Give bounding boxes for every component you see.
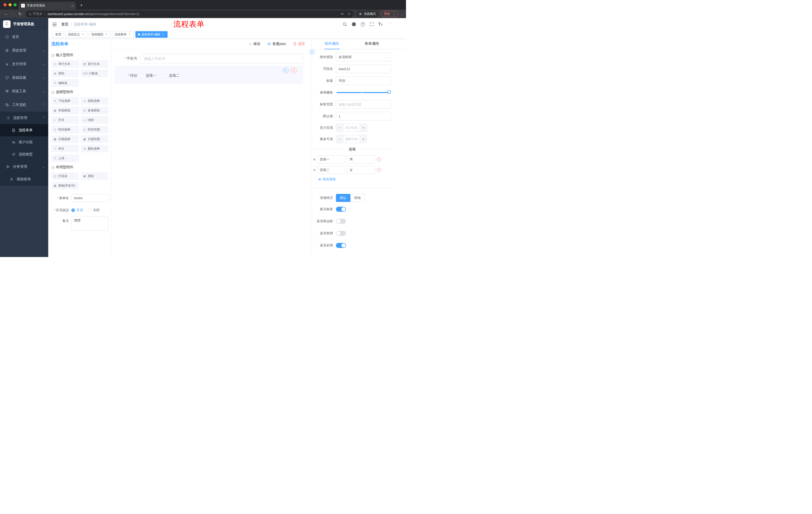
component-item[interactable]: ◴ 时间范围 xyxy=(81,126,109,133)
component-item[interactable]: ↳ 级联选择 xyxy=(81,97,109,105)
sidebar-item-home[interactable]: 首页 xyxy=(0,30,48,44)
component-item[interactable]: ▩ 日期范围 xyxy=(81,135,109,143)
form-name-input[interactable] xyxy=(71,194,109,202)
bookmark-star-icon[interactable]: ☆ xyxy=(347,11,351,16)
remove-option-button[interactable]: − xyxy=(377,168,381,172)
label-width-input[interactable] xyxy=(336,100,391,109)
reload-button[interactable]: ↻ xyxy=(17,10,24,17)
search-icon[interactable] xyxy=(343,22,347,27)
fullscreen-icon[interactable] xyxy=(369,22,374,27)
option-name-input[interactable] xyxy=(317,155,345,163)
component-item[interactable]: ☑ 多选框组 xyxy=(81,107,109,114)
close-window-button[interactable] xyxy=(3,3,6,6)
phone-field[interactable]: *手机号 xyxy=(115,54,303,63)
toggle-switch[interactable] xyxy=(336,219,346,224)
component-item[interactable]: ☆ 评分 xyxy=(51,145,79,153)
gender-field-selected[interactable]: *性别 选项一 选项二 xyxy=(115,66,303,83)
sidebar-item-workflow[interactable]: 工作流程 ⌃ xyxy=(0,98,48,112)
view-json-button[interactable]: 查看json xyxy=(267,42,286,46)
component-item[interactable]: ▦ 表格[开发中] xyxy=(51,182,79,189)
stepper-value[interactable]: 最多可选 xyxy=(343,135,360,143)
browser-menu-icon[interactable]: ⋮ xyxy=(392,12,396,16)
sidebar-item-infrastructure[interactable]: 基础设施 ⌄ xyxy=(0,71,48,84)
url-bar[interactable]: ⚠ 不安全 dashboard.yudao.iocoder.cn/bpm/man… xyxy=(26,10,354,17)
minus-button[interactable]: − xyxy=(336,124,343,132)
tag-home[interactable]: 首页 xyxy=(53,31,64,38)
component-item[interactable]: ▭ 单行文本 xyxy=(51,60,79,67)
checkbox-option2[interactable]: 选项二 xyxy=(163,74,179,78)
tab-form-props[interactable]: 表单属性 xyxy=(352,39,392,49)
breadcrumb-home[interactable]: 首页 xyxy=(61,22,68,27)
close-tag-icon[interactable]: × xyxy=(128,33,132,36)
minus-button[interactable]: − xyxy=(336,135,343,143)
toggle-switch[interactable] xyxy=(336,231,346,236)
grid-slider[interactable] xyxy=(337,92,389,93)
plus-button[interactable]: + xyxy=(360,124,367,132)
component-item[interactable]: ▣ 按钮 xyxy=(81,172,109,180)
sidebar-item-process-model[interactable]: 流程模型 xyxy=(0,148,48,160)
copy-field-button[interactable] xyxy=(283,67,288,73)
component-item[interactable]: ▦ 日期选择 xyxy=(51,135,79,143)
component-item[interactable]: ⊠ 密码 xyxy=(51,70,79,77)
toggle-switch[interactable] xyxy=(336,243,346,248)
new-tab-button[interactable]: + xyxy=(78,2,85,9)
update-button[interactable]: 更新 ⋮ xyxy=(381,11,398,17)
link-icon[interactable] xyxy=(310,50,315,55)
tag-process-definition[interactable]: 流程定义 × xyxy=(65,31,87,38)
help-icon[interactable]: ? xyxy=(360,22,365,27)
sidebar-item-user-group[interactable]: 用户分组 xyxy=(0,136,48,148)
status-on-radio[interactable]: 开启 xyxy=(71,208,83,213)
close-tag-icon[interactable]: × xyxy=(81,33,85,36)
tab-component-props[interactable]: 组件属性 xyxy=(312,39,352,49)
component-item[interactable]: ◐ 开关 xyxy=(51,116,79,124)
chevron-down-icon[interactable]: ⌄ xyxy=(401,12,404,16)
checkbox-option1[interactable]: 选项一 xyxy=(140,74,156,78)
option-value-input[interactable] xyxy=(347,166,375,174)
sidebar-item-system[interactable]: ⚙ 系统管理 ⌄ xyxy=(0,44,48,57)
component-item[interactable]: ▤ 多行文本 xyxy=(81,60,109,67)
sidebar-item-process-management[interactable]: 流程管理 ⌃ xyxy=(0,112,48,124)
style-default-button[interactable]: 默认 xyxy=(336,194,350,202)
slider-handle[interactable] xyxy=(387,90,391,94)
sidebar-item-task-management[interactable]: 任务管理 ⌄ xyxy=(0,160,48,173)
status-off-radio[interactable]: 关闭 xyxy=(88,208,99,213)
component-item[interactable]: ◉ 单选框组 xyxy=(51,107,79,114)
component-item[interactable]: ◷ 时间选择 xyxy=(51,126,79,133)
component-item[interactable]: ⊛ 颜色选择 xyxy=(81,145,109,153)
browser-tab[interactable]: 芋道管理系统 × xyxy=(19,2,76,9)
security-status[interactable]: ⚠ 不安全 xyxy=(29,12,42,16)
sidebar-item-devtools[interactable]: ⚒ 研发工具 ⌄ xyxy=(0,84,48,98)
option-value-input[interactable] xyxy=(347,155,375,163)
max-select-stepper[interactable]: − 最多可选 + xyxy=(336,135,367,143)
font-size-icon[interactable]: TT xyxy=(378,22,383,26)
min-select-stepper[interactable]: − 至少应选 + xyxy=(336,124,367,132)
style-button-button[interactable]: 按钮 xyxy=(350,194,365,202)
drag-handle-icon[interactable]: ≡ xyxy=(313,168,315,172)
minimize-window-button[interactable] xyxy=(8,3,11,6)
form-remark-input[interactable]: 嘿嘿 xyxy=(71,217,108,231)
form-canvas[interactable]: *手机号 xyxy=(112,49,312,257)
toggle-switch[interactable] xyxy=(336,207,346,212)
component-item[interactable]: 123 计数器 xyxy=(81,70,109,77)
sidebar-item-payment[interactable]: ¥ 支付管理 ⌄ xyxy=(0,57,48,71)
stepper-value[interactable]: 至少应选 xyxy=(343,124,360,132)
component-item[interactable]: ▾ 下拉选择 xyxy=(51,97,79,105)
clear-button[interactable]: 清空 xyxy=(293,42,305,46)
field-name-input[interactable] xyxy=(336,64,391,73)
component-item[interactable]: ↥ 上传 xyxy=(51,154,79,162)
add-option-button[interactable]: ⊕ 添加选项 xyxy=(318,177,391,182)
key-icon[interactable] xyxy=(341,12,344,16)
component-item[interactable]: —• 滑块 xyxy=(81,116,109,124)
component-item[interactable]: ◫ 行容器 xyxy=(51,172,79,180)
drag-handle-icon[interactable]: ≡ xyxy=(313,157,315,161)
close-tag-icon[interactable]: × xyxy=(105,33,108,36)
sidebar-item-process-form[interactable]: 流程表单 xyxy=(0,124,48,136)
sidebar-item-leave-query[interactable]: 请假查询 xyxy=(0,173,48,186)
zoom-window-button[interactable] xyxy=(13,3,17,6)
default-value-input[interactable] xyxy=(336,112,391,120)
tag-process-form-edit[interactable]: 流程表单-编辑 × xyxy=(136,31,168,38)
tag-process-model[interactable]: 流程模型 × xyxy=(89,31,111,38)
component-type-select[interactable]: 多选框组 ⌄ xyxy=(336,53,391,61)
option-name-input[interactable] xyxy=(317,166,345,174)
close-tab-icon[interactable]: × xyxy=(71,4,74,8)
